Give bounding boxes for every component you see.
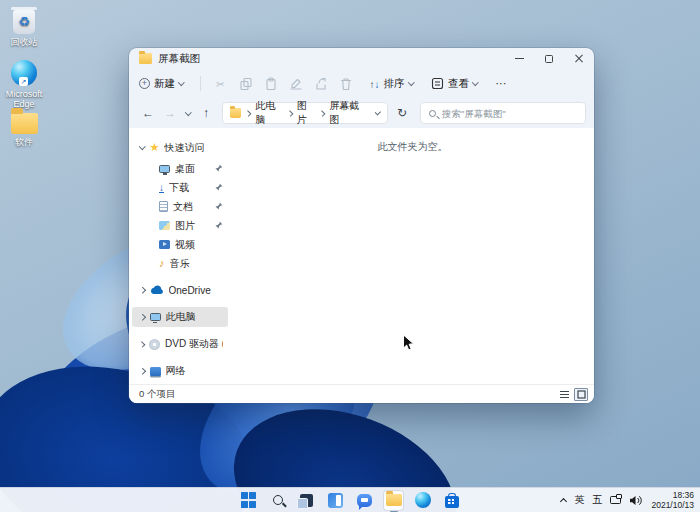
- store-button[interactable]: [441, 490, 462, 511]
- copy-button[interactable]: [239, 77, 253, 91]
- search-input[interactable]: [442, 108, 577, 119]
- breadcrumb-pictures[interactable]: 图片: [297, 99, 315, 127]
- start-button[interactable]: [238, 490, 259, 511]
- desktop-icon-recycle-bin[interactable]: ♻ 回收站: [2, 6, 46, 47]
- sort-label: 排序: [384, 77, 405, 91]
- explorer-window: 屏幕截图 + 新建 ✂: [129, 48, 594, 403]
- details-view-button[interactable]: [557, 388, 571, 401]
- address-bar: ← → ↑ 此电脑 图片 屏幕截图 ↻: [129, 98, 594, 128]
- search-box[interactable]: [420, 102, 586, 124]
- sidebar-item-network[interactable]: 网络: [132, 361, 228, 381]
- chevron-right-icon[interactable]: [139, 341, 145, 347]
- back-button[interactable]: ←: [137, 102, 159, 124]
- sidebar-item-documents[interactable]: 文档: [132, 197, 228, 216]
- navigation-pane: ★ 快速访问 桌面 ↓ 下载 文档: [129, 128, 231, 384]
- sidebar-quick-access[interactable]: ★ 快速访问: [132, 136, 228, 159]
- up-button[interactable]: ↑: [195, 102, 217, 124]
- chevron-right-icon[interactable]: [139, 314, 145, 320]
- tray-date: 2021/10/13: [651, 500, 694, 510]
- windows-logo-icon: [241, 492, 257, 508]
- close-icon: [574, 54, 584, 64]
- chat-button[interactable]: [354, 490, 375, 511]
- chevron-right-icon[interactable]: [139, 287, 145, 293]
- task-view-button[interactable]: [296, 490, 317, 511]
- pin-icon: [215, 182, 223, 193]
- chevron-right-icon: [319, 110, 325, 116]
- paste-button[interactable]: [264, 77, 278, 91]
- empty-folder-message: 此文件夹为空。: [231, 140, 594, 154]
- window-title: 屏幕截图: [158, 52, 200, 66]
- view-button[interactable]: 查看: [431, 77, 478, 91]
- file-explorer-button[interactable]: [383, 490, 404, 511]
- recent-locations-button[interactable]: [181, 102, 195, 124]
- sidebar-item-downloads[interactable]: ↓ 下载: [132, 178, 228, 197]
- taskbar-clock[interactable]: 18:36 2021/10/13: [651, 490, 694, 510]
- sidebar-item-videos[interactable]: 视频: [132, 235, 228, 254]
- store-icon: [445, 496, 459, 508]
- list-view-icon: [559, 390, 570, 399]
- chevron-right-icon[interactable]: [139, 368, 145, 374]
- folder-icon: [11, 113, 38, 134]
- sidebar-item-this-pc[interactable]: 此电脑: [132, 307, 228, 327]
- tray-time: 18:36: [651, 490, 694, 500]
- hidden-icons-chevron[interactable]: [560, 497, 567, 504]
- system-tray: 英 五 18:36 2021/10/13: [561, 488, 694, 512]
- chevron-down-icon[interactable]: [139, 143, 145, 149]
- ime-language-indicator[interactable]: 英: [574, 493, 584, 507]
- sidebar-item-music[interactable]: ♪ 音乐: [132, 254, 228, 273]
- desktop-icon: [159, 165, 170, 173]
- sidebar-item-label: 音乐: [170, 257, 190, 271]
- taskbar: 英 五 18:36 2021/10/13: [0, 487, 700, 512]
- close-button[interactable]: [564, 48, 594, 69]
- new-label: 新建: [154, 77, 175, 91]
- large-icons-view-button[interactable]: [574, 388, 588, 401]
- edge-icon: ↗: [11, 60, 37, 86]
- sort-down-arrow-icon: ↓: [375, 79, 380, 90]
- maximize-button[interactable]: [534, 48, 564, 69]
- chevron-down-icon: [185, 109, 191, 115]
- chevron-right-icon: [287, 110, 293, 116]
- see-more-button[interactable]: ⋯: [496, 77, 508, 90]
- toolbar-divider: [200, 76, 201, 91]
- recycle-bin-icon: ♻: [13, 10, 35, 34]
- cut-button[interactable]: ✂: [214, 77, 228, 91]
- share-icon: [314, 77, 328, 91]
- share-button[interactable]: [314, 77, 328, 91]
- sidebar-item-onedrive[interactable]: OneDrive: [132, 280, 228, 300]
- desktop-icon-folder[interactable]: 软件: [2, 106, 46, 147]
- rename-button[interactable]: [289, 77, 303, 91]
- refresh-button[interactable]: ↻: [392, 106, 412, 120]
- sidebar-item-pictures[interactable]: 图片: [132, 216, 228, 235]
- volume-icon[interactable]: [629, 495, 643, 506]
- widgets-button[interactable]: [325, 490, 346, 511]
- desktop-icon-edge[interactable]: ↗ Microsoft Edge: [2, 58, 46, 109]
- taskbar-search-button[interactable]: [267, 490, 288, 511]
- minimize-button[interactable]: [504, 48, 534, 69]
- pin-icon: [215, 163, 223, 174]
- edge-button[interactable]: [412, 490, 433, 511]
- window-body: ★ 快速访问 桌面 ↓ 下载 文档: [129, 128, 594, 384]
- paste-icon: [264, 77, 278, 91]
- breadcrumb-this-pc[interactable]: 此电脑: [255, 99, 282, 127]
- network-tray-icon[interactable]: [610, 496, 621, 504]
- sidebar-item-dvd-drive[interactable]: DVD 驱动器 (D:) CC: [132, 334, 228, 354]
- item-count: 0 个项目: [139, 388, 175, 401]
- edge-icon: [415, 492, 431, 508]
- status-bar: 0 个项目: [129, 384, 594, 403]
- new-button[interactable]: + 新建: [139, 77, 184, 91]
- chevron-down-icon[interactable]: [375, 109, 381, 115]
- delete-button[interactable]: [339, 77, 353, 91]
- sidebar-item-desktop[interactable]: 桌面: [132, 159, 228, 178]
- breadcrumb-screenshots[interactable]: 屏幕截图: [329, 99, 366, 127]
- title-bar[interactable]: 屏幕截图: [129, 48, 594, 69]
- recycle-glyph: ♻: [18, 17, 30, 27]
- breadcrumb[interactable]: 此电脑 图片 屏幕截图: [222, 102, 388, 124]
- ime-mode-indicator[interactable]: 五: [592, 493, 602, 507]
- maximize-icon: [545, 55, 553, 63]
- chevron-down-icon: [178, 79, 184, 85]
- sidebar-item-label: 文档: [173, 200, 193, 214]
- file-list-pane[interactable]: 此文件夹为空。: [231, 128, 594, 384]
- sort-button[interactable]: ↑↓ 排序: [370, 77, 414, 91]
- sidebar-item-label: OneDrive: [169, 285, 211, 296]
- forward-button[interactable]: →: [159, 102, 181, 124]
